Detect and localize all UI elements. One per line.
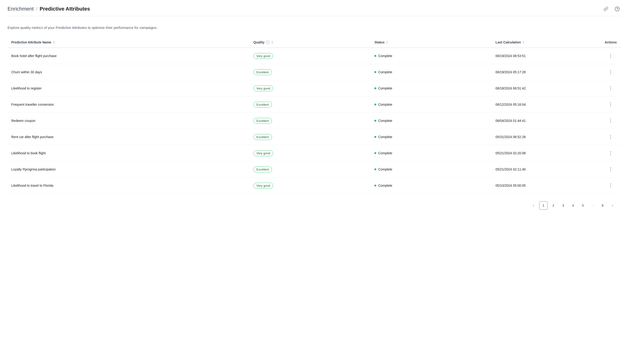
actions-menu-button[interactable] (607, 182, 614, 189)
row-quality: Very good (250, 48, 371, 64)
svg-point-25 (610, 171, 611, 171)
svg-point-20 (610, 151, 611, 152)
breadcrumb-link[interactable]: Enrichment (7, 6, 34, 12)
svg-point-10 (610, 90, 611, 90)
col-header-last-calculation[interactable]: Last Calculation (492, 37, 601, 48)
table-header-row: Predictive Attribute Name Quality (7, 37, 621, 48)
svg-point-11 (610, 103, 611, 103)
svg-point-7 (610, 73, 611, 74)
col-header-status[interactable]: Status (371, 37, 491, 48)
status-label: Complete (378, 151, 392, 155)
col-header-quality[interactable]: Quality i (250, 37, 371, 48)
status-dot (374, 87, 376, 89)
header-icons (603, 6, 621, 12)
row-quality: Excellent (250, 113, 371, 129)
svg-point-17 (610, 135, 611, 136)
svg-point-6 (610, 72, 611, 73)
row-last-calculation: 06/19/2024 05:17:28 (492, 64, 601, 80)
svg-point-23 (610, 167, 611, 168)
row-actions-cell (601, 129, 621, 145)
status-dot (374, 120, 376, 122)
svg-point-27 (610, 185, 611, 186)
row-actions-cell (601, 64, 621, 80)
status-dot (374, 185, 376, 186)
row-actions-cell (601, 113, 621, 129)
pagination-page-4[interactable]: 4 (569, 201, 577, 210)
row-last-calculation: 06/12/2024 05:16:04 (492, 96, 601, 113)
pagination-page-1[interactable]: 1 (539, 201, 548, 210)
row-status: Complete (371, 80, 491, 96)
quality-badge: Very good (253, 183, 273, 189)
table-row: Loyalty Pprogrma participation Excellent… (7, 161, 621, 178)
actions-menu-button[interactable] (607, 101, 614, 108)
pagination-page-last[interactable]: 8 (598, 201, 607, 210)
row-actions-cell (601, 178, 621, 194)
actions-menu-button[interactable] (607, 133, 614, 141)
link-icon[interactable] (603, 6, 609, 12)
quality-badge: Very good (253, 85, 273, 91)
help-icon[interactable] (614, 6, 621, 12)
actions-menu-button[interactable] (607, 149, 614, 157)
status-dot (374, 152, 376, 154)
actions-menu-button[interactable] (607, 117, 614, 125)
row-last-calculation: 05/10/2024 05:00:05 (492, 178, 601, 194)
table-container: Predictive Attribute Name Quality (7, 37, 621, 194)
table-row: Redeem coupon Excellent Complete 06/04/2… (7, 113, 621, 129)
pagination-next[interactable]: › (608, 201, 617, 210)
row-name: Loyalty Pprogrma participation (7, 161, 250, 178)
svg-point-19 (610, 138, 611, 139)
actions-menu-button[interactable] (607, 166, 614, 173)
status-label: Complete (378, 167, 392, 171)
actions-menu-button[interactable] (607, 68, 614, 76)
pagination: ‹ 1 2 3 4 5 ··· 8 › (7, 201, 621, 210)
svg-point-12 (610, 104, 611, 105)
breadcrumb-separator: / (36, 6, 37, 12)
row-quality: Excellent (250, 161, 371, 178)
row-last-calculation: 06/18/2024 06:51:42 (492, 80, 601, 96)
quality-badge: Very good (253, 53, 273, 59)
page-wrapper: Enrichment / Predictive Attributes Explo… (0, 0, 628, 364)
table-row: Likelihood to book flight Very good Comp… (7, 145, 621, 161)
pagination-page-2[interactable]: 2 (549, 201, 557, 210)
quality-badge: Excellent (253, 134, 272, 140)
quality-badge: Excellent (253, 102, 272, 108)
row-name: Rent car after flight purchase (7, 129, 250, 145)
row-actions-cell (601, 48, 621, 64)
row-last-calculation: 05/21/2024 02:20:08 (492, 145, 601, 161)
row-last-calculation: 06/04/2024 01:44:41 (492, 113, 601, 129)
svg-point-16 (610, 122, 611, 123)
row-quality: Excellent (250, 129, 371, 145)
table-row: Book hotel after flight purchase Very go… (7, 48, 621, 64)
quality-info-icon[interactable]: i (266, 40, 270, 44)
svg-point-24 (610, 169, 611, 170)
header: Enrichment / Predictive Attributes (7, 6, 621, 16)
predictive-attributes-table: Predictive Attribute Name Quality (7, 37, 621, 194)
actions-menu-button[interactable] (607, 52, 614, 60)
table-row: Churn within 30 days Excellent Complete … (7, 64, 621, 80)
row-name: Churn within 30 days (7, 64, 250, 80)
status-dot (374, 168, 376, 170)
pagination-page-5[interactable]: 5 (579, 201, 587, 210)
status-dot (374, 71, 376, 73)
actions-menu-button[interactable] (607, 84, 614, 92)
row-name: Likelihood to book flight (7, 145, 250, 161)
svg-point-4 (610, 57, 611, 58)
status-label: Complete (378, 86, 392, 90)
svg-point-28 (610, 187, 611, 188)
table-row: Rent car after flight purchase Excellent… (7, 129, 621, 145)
svg-point-8 (610, 86, 611, 87)
row-quality: Very good (250, 178, 371, 194)
row-quality: Excellent (250, 96, 371, 113)
row-status: Complete (371, 145, 491, 161)
row-name: Likelihood to register (7, 80, 250, 96)
row-name: Likelihood to travel to Florida (7, 178, 250, 194)
breadcrumb: Enrichment / Predictive Attributes (7, 6, 90, 12)
col-header-name[interactable]: Predictive Attribute Name (7, 37, 250, 48)
svg-point-21 (610, 153, 611, 153)
row-last-calculation: 05/21/2024 02:11:40 (492, 161, 601, 178)
pagination-page-3[interactable]: 3 (559, 201, 567, 210)
pagination-prev[interactable]: ‹ (529, 201, 538, 210)
status-label: Complete (378, 135, 392, 139)
status-label: Complete (378, 119, 392, 123)
status-label: Complete (378, 184, 392, 187)
